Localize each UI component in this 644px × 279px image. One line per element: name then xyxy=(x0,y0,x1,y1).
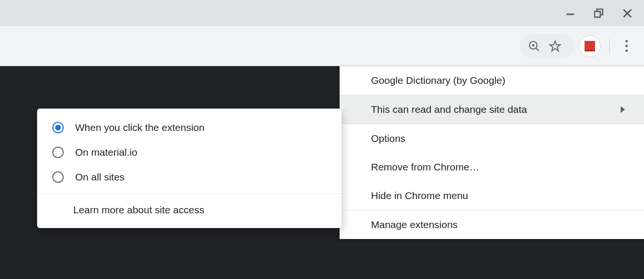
menu-item-options[interactable]: Options xyxy=(340,124,644,153)
browser-toolbar xyxy=(0,26,644,66)
omnibox-actions xyxy=(520,34,574,59)
svg-marker-9 xyxy=(550,41,560,51)
radio-label: When you click the extension xyxy=(75,122,205,133)
star-icon xyxy=(549,40,561,52)
chevron-right-icon xyxy=(621,106,625,113)
radio-label: On all sites xyxy=(75,171,125,183)
radio-label: On material.io xyxy=(75,147,137,158)
menu-item-label: Remove from Chrome… xyxy=(371,161,479,173)
dots-icon xyxy=(625,40,628,42)
radio-icon xyxy=(52,122,64,133)
menu-item-site-data[interactable]: This can read and change site data xyxy=(340,95,644,124)
maximize-icon xyxy=(594,9,604,18)
menu-item-label: Hide in Chrome menu xyxy=(371,190,468,201)
extension-name: Google Dictionary (by Google) xyxy=(371,75,505,86)
extension-button[interactable] xyxy=(579,35,601,57)
menu-item-remove[interactable]: Remove from Chrome… xyxy=(340,153,644,181)
radio-icon xyxy=(52,147,64,158)
radio-option-all-sites[interactable]: On all sites xyxy=(37,165,342,189)
svg-line-6 xyxy=(536,48,539,51)
zoom-button[interactable] xyxy=(524,36,545,57)
menu-item-manage-extensions[interactable]: Manage extensions xyxy=(340,210,644,239)
svg-rect-2 xyxy=(595,11,600,17)
menu-item-label: Manage extensions xyxy=(371,219,458,230)
extension-context-menu: Google Dictionary (by Google) This can r… xyxy=(340,66,644,239)
minimize-icon xyxy=(566,9,575,18)
close-icon xyxy=(622,8,633,19)
toolbar-separator xyxy=(609,39,610,54)
learn-more-link[interactable]: Learn more about site access xyxy=(37,193,342,228)
context-menu-title: Google Dictionary (by Google) xyxy=(340,66,644,95)
radio-option-on-click[interactable]: When you click the extension xyxy=(37,115,342,140)
window-maximize-button[interactable] xyxy=(593,7,605,20)
site-access-submenu: When you click the extension On material… xyxy=(37,109,342,228)
window-titlebar xyxy=(0,0,644,26)
window-minimize-button[interactable] xyxy=(564,7,576,20)
radio-icon xyxy=(52,171,64,183)
menu-item-label: This can read and change site data xyxy=(371,104,527,115)
bookmark-button[interactable] xyxy=(545,36,566,57)
dictionary-extension-icon xyxy=(585,41,595,51)
window-close-button[interactable] xyxy=(621,7,634,20)
menu-item-hide[interactable]: Hide in Chrome menu xyxy=(340,181,644,210)
chrome-menu-button[interactable] xyxy=(618,37,634,56)
radio-option-on-site[interactable]: On material.io xyxy=(37,140,342,165)
learn-more-label: Learn more about site access xyxy=(73,204,204,215)
menu-item-label: Options xyxy=(371,133,405,144)
zoom-in-icon xyxy=(528,40,540,52)
